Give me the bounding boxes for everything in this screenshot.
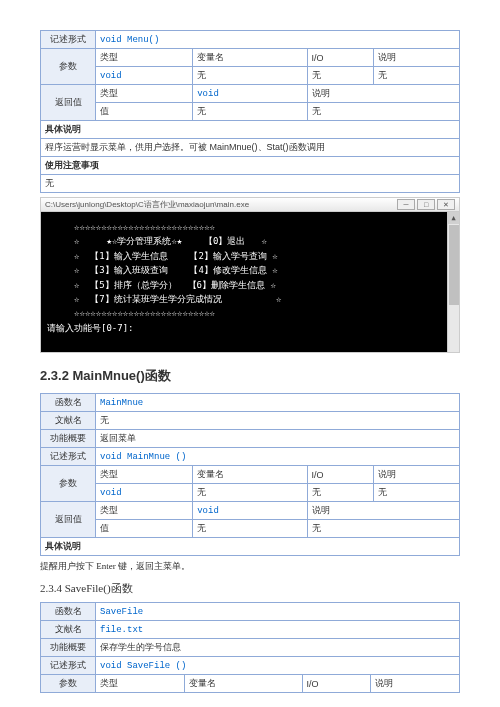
t3-hdr-io: I/O xyxy=(302,675,371,693)
t3-hdr-desc: 说明 xyxy=(371,675,460,693)
cell-canshu-label: 参数 xyxy=(41,49,96,85)
t2-js-value: void MainMnue () xyxy=(96,448,460,466)
t2-desc: 提醒用户按下 Enter 键，返回主菜单。 xyxy=(40,560,460,573)
t3-gn-value: 保存学生的学号信息 xyxy=(96,639,460,657)
t2-wx-value: 无 xyxy=(96,412,460,430)
ret-val-label: 值 xyxy=(96,103,193,121)
minimize-button[interactable]: ─ xyxy=(397,199,415,210)
t2-p-desc: 无 xyxy=(374,484,460,502)
param-io: 无 xyxy=(307,67,374,85)
t3-js-value: void SaveFile () xyxy=(96,657,460,675)
console-title: C:\Users\junlong\Desktop\C语言作业\maxiaojun… xyxy=(45,199,249,210)
section-234-title: 2.3.4 SaveFile()函数 xyxy=(40,581,460,596)
t2-ret-type-hdr: 类型 xyxy=(96,502,193,520)
ret-type-val: void xyxy=(193,85,307,103)
hdr-var: 变量名 xyxy=(193,49,307,67)
t3-wx-value: file.txt xyxy=(96,621,460,639)
ret-v1: 无 xyxy=(193,103,307,121)
table-menu-function: 记述形式 void Menu() 参数 类型 变量名 I/O 说明 void 无… xyxy=(40,30,460,193)
caution-label: 使用注意事项 xyxy=(41,157,460,175)
t3-wx-label: 文献名 xyxy=(41,621,96,639)
t2-js-label: 记述形式 xyxy=(41,448,96,466)
console-body: ☆☆☆☆☆☆☆☆☆☆☆☆☆☆☆☆☆☆☆☆☆☆☆☆☆☆ ☆ ★☆学分管理系统☆★ … xyxy=(41,212,459,352)
console-text: ☆☆☆☆☆☆☆☆☆☆☆☆☆☆☆☆☆☆☆☆☆☆☆☆☆☆ ☆ ★☆学分管理系统☆★ … xyxy=(47,222,281,333)
table-mainmnue-function: 函数名 MainMnue 文献名 无 功能概要 返回菜单 记述形式 void M… xyxy=(40,393,460,556)
t3-hdr-var: 变量名 xyxy=(184,675,302,693)
t2-ret-desc-hdr: 说明 xyxy=(307,502,460,520)
param-var: 无 xyxy=(193,67,307,85)
t2-p-var: 无 xyxy=(193,484,307,502)
t2-ret-v2: 无 xyxy=(307,520,460,538)
t2-hdr-type: 类型 xyxy=(96,466,193,484)
t2-fn-label: 函数名 xyxy=(41,394,96,412)
ret-v2: 无 xyxy=(307,103,460,121)
t2-ret-label: 返回值 xyxy=(41,502,96,538)
t2-ret-v1: 无 xyxy=(193,520,307,538)
t3-fn-label: 函数名 xyxy=(41,603,96,621)
scrollbar[interactable]: ▲ xyxy=(447,212,459,352)
param-desc: 无 xyxy=(374,67,460,85)
t2-hdr-io: I/O xyxy=(307,466,374,484)
hdr-io: I/O xyxy=(307,49,374,67)
hdr-desc: 说明 xyxy=(374,49,460,67)
close-button[interactable]: ✕ xyxy=(437,199,455,210)
console-window: C:\Users\junlong\Desktop\C语言作业\maxiaojun… xyxy=(40,197,460,353)
t3-js-label: 记述形式 xyxy=(41,657,96,675)
hdr-type: 类型 xyxy=(96,49,193,67)
t2-wx-label: 文献名 xyxy=(41,412,96,430)
t2-cs-label: 参数 xyxy=(41,466,96,502)
cell-jishu-value: void Menu() xyxy=(96,31,460,49)
scroll-thumb[interactable] xyxy=(449,225,459,305)
t2-hdr-var: 变量名 xyxy=(193,466,307,484)
ret-desc-hdr: 说明 xyxy=(307,85,460,103)
window-buttons: ─ □ ✕ xyxy=(397,199,455,210)
section-232-title: 2.3.2 MainMnue()函数 xyxy=(40,367,460,385)
caution-text: 无 xyxy=(41,175,460,193)
ret-type-hdr: 类型 xyxy=(96,85,193,103)
t3-cs-label: 参数 xyxy=(41,675,96,693)
cell-jishu-label: 记述形式 xyxy=(41,31,96,49)
t3-gn-label: 功能概要 xyxy=(41,639,96,657)
scroll-up-icon[interactable]: ▲ xyxy=(448,212,459,224)
t2-gn-label: 功能概要 xyxy=(41,430,96,448)
t2-ret-type-val: void xyxy=(193,502,307,520)
t2-gn-value: 返回菜单 xyxy=(96,430,460,448)
juti-label: 具体说明 xyxy=(41,121,460,139)
t2-p-type: void xyxy=(96,484,193,502)
maximize-button[interactable]: □ xyxy=(417,199,435,210)
juti-text: 程序运营时显示菜单，供用户选择。可被 MainMnue()、Stat()函数调用 xyxy=(41,139,460,157)
t2-fn-value: MainMnue xyxy=(96,394,460,412)
console-titlebar: C:\Users\junlong\Desktop\C语言作业\maxiaojun… xyxy=(41,198,459,212)
table-savefile-function: 函数名 SaveFile 文献名 file.txt 功能概要 保存学生的学号信息… xyxy=(40,602,460,693)
param-type: void xyxy=(96,67,193,85)
t2-jt-label: 具体说明 xyxy=(41,538,460,556)
t3-hdr-type: 类型 xyxy=(96,675,185,693)
t2-ret-val-label: 值 xyxy=(96,520,193,538)
t3-fn-value: SaveFile xyxy=(96,603,460,621)
t2-hdr-desc: 说明 xyxy=(374,466,460,484)
cell-return-label: 返回值 xyxy=(41,85,96,121)
t2-p-io: 无 xyxy=(307,484,374,502)
